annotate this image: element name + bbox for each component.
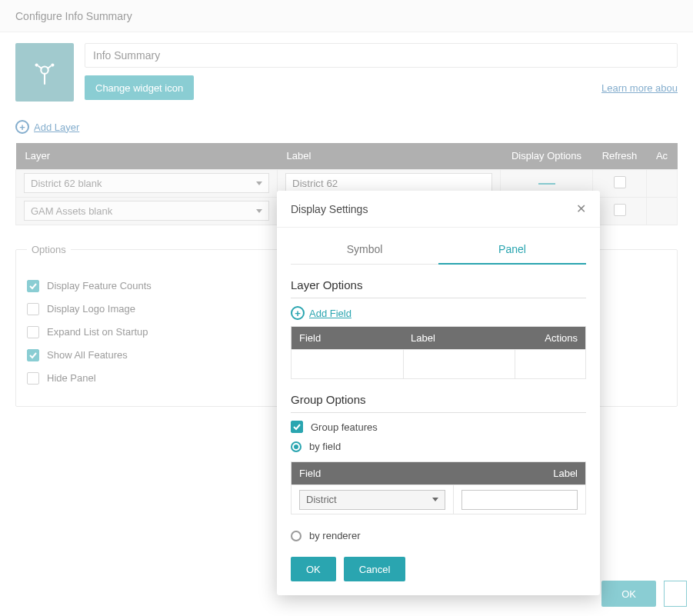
by-field-radio-row[interactable]: by field: [291, 441, 586, 452]
group-label-input[interactable]: [461, 490, 578, 510]
modal-tabs: Symbol Panel: [291, 235, 586, 265]
modal-header: Display Settings ✕: [277, 191, 600, 228]
secondary-button[interactable]: [664, 581, 687, 607]
plus-icon: +: [291, 306, 305, 320]
close-icon[interactable]: ✕: [576, 201, 586, 216]
checkbox[interactable]: [27, 303, 39, 315]
table-row: District: [292, 485, 586, 514]
lo-col-field: Field: [292, 327, 404, 350]
page-title-text: Configure Info Summary: [15, 10, 132, 22]
chevron-down-icon: [256, 209, 262, 213]
page-title: Configure Info Summary: [0, 0, 693, 32]
group-field-table: Field Label District: [291, 461, 586, 514]
modal-footer: OK Cancel: [277, 546, 600, 586]
widget-title-input[interactable]: [85, 43, 678, 68]
layer-options-table: Field Label Actions: [291, 326, 586, 379]
col-refresh: Refresh: [593, 143, 647, 169]
widget-header-row: Change widget icon Learn more abou: [15, 43, 678, 102]
widget-header-right: Change widget icon Learn more abou: [85, 43, 678, 100]
group-features-row[interactable]: Group features: [291, 421, 586, 433]
add-layer-link[interactable]: Add Layer: [34, 122, 79, 133]
add-field-row[interactable]: + Add Field: [291, 306, 586, 320]
chevron-down-icon: [432, 498, 438, 501]
add-field-link[interactable]: Add Field: [309, 308, 351, 319]
modal-cancel-button[interactable]: Cancel: [344, 557, 405, 581]
add-layer-row[interactable]: + Add Layer: [15, 120, 678, 134]
page-footer: OK: [601, 581, 693, 607]
tab-panel[interactable]: Panel: [438, 235, 586, 265]
option-label: Hide Panel: [47, 372, 96, 384]
layer-select[interactable]: District 62 blank: [24, 173, 269, 193]
checkbox[interactable]: [291, 421, 303, 433]
layers-table-head: Layer Label Display Options Refresh Ac: [16, 143, 678, 169]
tab-symbol[interactable]: Symbol: [291, 235, 438, 264]
layer-select-value: GAM Assets blank: [31, 205, 112, 217]
refresh-checkbox[interactable]: [614, 176, 626, 188]
option-label: Show All Features: [47, 349, 128, 361]
option-label: Display Logo Image: [47, 303, 135, 315]
modal-title: Display Settings: [291, 203, 368, 215]
layer-options-heading: Layer Options: [291, 278, 586, 298]
table-row: [292, 350, 586, 379]
group-features-label: Group features: [311, 421, 378, 433]
learn-more-link[interactable]: Learn more abou: [601, 82, 678, 94]
checkbox[interactable]: [27, 280, 39, 292]
checkbox[interactable]: [27, 349, 39, 361]
lo-col-label: Label: [403, 327, 515, 350]
info-summary-icon: [32, 59, 58, 85]
col-label: Label: [278, 143, 501, 169]
by-renderer-radio-row[interactable]: by renderer: [291, 530, 586, 541]
group-field-value: District: [306, 494, 337, 505]
gf-col-label: Label: [453, 462, 585, 485]
display-options-button[interactable]: [538, 183, 555, 185]
checkbox[interactable]: [27, 326, 39, 338]
page-root: Configure Info Summary Change widget ico…: [0, 0, 693, 616]
svg-point-3: [51, 63, 54, 66]
layer-select-value: District 62 blank: [31, 178, 102, 189]
refresh-checkbox[interactable]: [614, 204, 626, 216]
widget-icon-tile[interactable]: [15, 43, 74, 102]
ok-button[interactable]: OK: [601, 581, 656, 607]
checkbox[interactable]: [27, 372, 39, 385]
svg-point-0: [41, 66, 48, 73]
gf-col-field: Field: [292, 462, 454, 485]
option-label: Expand List on Startup: [47, 326, 148, 338]
layer-select[interactable]: GAM Assets blank: [24, 201, 269, 221]
modal-ok-button[interactable]: OK: [291, 557, 336, 581]
col-layer: Layer: [16, 143, 278, 169]
option-label: Display Feature Counts: [47, 280, 152, 291]
by-renderer-label: by renderer: [309, 530, 360, 541]
group-field-select[interactable]: District: [299, 490, 445, 510]
change-widget-icon-button[interactable]: Change widget icon: [85, 75, 194, 100]
by-field-label: by field: [309, 441, 341, 452]
group-options-heading: Group Options: [291, 393, 586, 413]
options-legend: Options: [27, 244, 71, 255]
lo-col-actions: Actions: [515, 327, 586, 350]
col-display-options: Display Options: [501, 143, 593, 169]
modal-body: Symbol Panel Layer Options + Add Field F…: [277, 228, 600, 541]
svg-point-2: [35, 63, 38, 66]
display-settings-modal: Display Settings ✕ Symbol Panel Layer Op…: [277, 191, 600, 595]
plus-icon: +: [15, 120, 29, 134]
widget-header-second-line: Change widget icon Learn more abou: [85, 75, 678, 100]
col-actions: Ac: [647, 143, 678, 169]
radio[interactable]: [291, 531, 302, 541]
radio[interactable]: [291, 441, 302, 452]
chevron-down-icon: [256, 181, 262, 185]
